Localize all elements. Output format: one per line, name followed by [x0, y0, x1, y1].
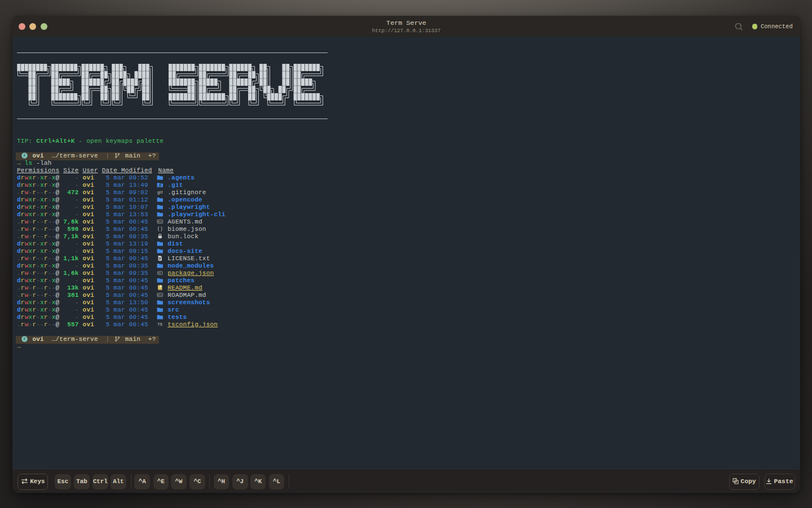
svg-text:TS: TS: [157, 322, 162, 326]
svg-text:git: git: [157, 190, 163, 195]
